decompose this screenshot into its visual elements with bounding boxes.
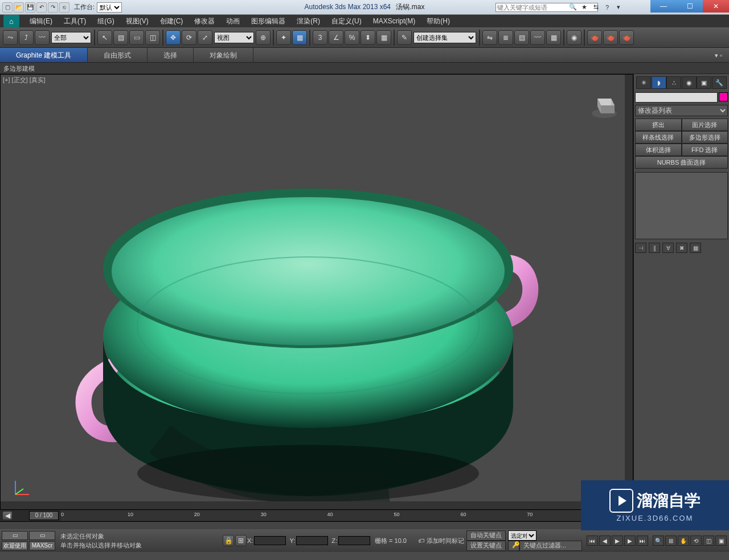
ribbon-subtab[interactable]: 多边形建模: [0, 63, 729, 74]
workspace-selector[interactable]: 默认: [97, 2, 122, 13]
binoculars-icon[interactable]: 🔍: [568, 3, 578, 12]
maximize-button[interactable]: ☐: [677, 0, 703, 13]
tab-selection[interactable]: 选择: [148, 48, 194, 62]
qat-redo-icon[interactable]: ↷: [48, 2, 58, 13]
menu-animation[interactable]: 动画: [220, 15, 245, 27]
cp-tab-motion-icon[interactable]: ◉: [682, 76, 697, 89]
spinner-snap-icon[interactable]: ⬍: [361, 30, 375, 45]
qat-undo-icon[interactable]: ↶: [36, 2, 47, 13]
orbit-icon[interactable]: ⟲: [690, 536, 702, 546]
qat-save-icon[interactable]: 💾: [25, 2, 35, 13]
menu-rendering[interactable]: 渲染(R): [291, 15, 326, 27]
bind-space-warp-icon[interactable]: 〰: [35, 30, 50, 45]
select-object-icon[interactable]: ↖: [97, 30, 112, 45]
viewport-label[interactable]: [+] [正交] [真实]: [3, 76, 46, 84]
material-editor-icon[interactable]: ◉: [567, 30, 581, 45]
menu-modifiers[interactable]: 修改器: [189, 15, 220, 27]
manipulate-icon[interactable]: ✦: [276, 30, 291, 45]
snap-3-icon[interactable]: 3: [313, 30, 327, 45]
render-setup-icon[interactable]: 🫖: [587, 30, 602, 45]
menu-grapheditors[interactable]: 图形编辑器: [245, 15, 291, 27]
menu-maxscript[interactable]: MAXScript(M): [367, 15, 421, 27]
exchange-icon[interactable]: ⇆: [591, 3, 600, 12]
configure-icon[interactable]: ▦: [690, 243, 701, 253]
menu-edit[interactable]: 编辑(E): [24, 15, 58, 27]
move-icon[interactable]: ✥: [166, 30, 181, 45]
cp-tab-create-icon[interactable]: ✳: [636, 76, 651, 89]
isolate-toggle[interactable]: ▭: [2, 531, 28, 540]
viewport-vscrollbar[interactable]: [625, 75, 633, 501]
zoom-all-icon[interactable]: ⊞: [665, 536, 677, 546]
lock-selection-icon[interactable]: 🔒: [223, 535, 234, 546]
zoom-icon[interactable]: 🔍: [653, 536, 664, 546]
rollout-area[interactable]: [635, 256, 728, 490]
modifier-list-dropdown[interactable]: 修改器列表: [635, 105, 728, 116]
btn-ffd-select[interactable]: FFD 选择: [682, 144, 728, 156]
autokey-button[interactable]: 自动关键点: [466, 530, 506, 541]
scale-icon[interactable]: ⤢: [198, 30, 212, 45]
menu-create[interactable]: 创建(C): [154, 15, 189, 27]
help-icon[interactable]: ?: [603, 3, 612, 12]
pan-icon[interactable]: ✋: [678, 536, 689, 546]
app-logo-icon[interactable]: ⌂: [3, 15, 19, 27]
play-icon[interactable]: ▶: [612, 536, 623, 546]
frame-indicator[interactable]: 0 / 100: [29, 511, 59, 520]
qat-new-icon[interactable]: ▢: [2, 2, 13, 13]
z-field[interactable]: [338, 536, 370, 545]
welcome-button[interactable]: 欢迎使用: [2, 541, 28, 550]
rotate-icon[interactable]: ⟳: [182, 30, 196, 45]
pin-stack-icon[interactable]: ⊣: [635, 243, 646, 253]
dropdown-icon[interactable]: ▾: [614, 3, 623, 12]
btn-nurbs[interactable]: NURBS 曲面选择: [635, 156, 728, 169]
angle-snap-icon[interactable]: ∠: [329, 30, 343, 45]
cp-tab-modify-icon[interactable]: ◗: [652, 76, 666, 89]
qat-link-icon[interactable]: ⎋: [59, 2, 69, 13]
remove-mod-icon[interactable]: ✖: [676, 243, 687, 253]
add-time-tag[interactable]: 添加时间标记: [427, 537, 464, 545]
btn-patch-select[interactable]: 面片选择: [682, 118, 728, 131]
ribbon-dropdown-icon[interactable]: ▾ ▫: [708, 48, 729, 62]
btn-vol-select[interactable]: 体积选择: [635, 144, 682, 156]
key-filters-button[interactable]: 关键点过滤器...: [519, 541, 582, 551]
fov-icon[interactable]: ◫: [703, 536, 714, 546]
next-frame-icon[interactable]: ▶: [624, 536, 636, 546]
goto-end-icon[interactable]: ⏭: [637, 536, 648, 546]
viewcube-icon[interactable]: [586, 86, 622, 122]
named-sel-edit-icon[interactable]: ✎: [397, 30, 412, 45]
star-icon[interactable]: ★: [580, 3, 589, 12]
abs-rel-icon[interactable]: ⊞: [235, 535, 247, 546]
setkey-button[interactable]: 设置关键点: [466, 541, 506, 551]
refcoord-selector[interactable]: 视图: [214, 32, 254, 43]
max-viewport-icon[interactable]: ▣: [715, 536, 727, 546]
time-tag-icon[interactable]: 🏷: [418, 537, 424, 544]
viewport[interactable]: [+] [正交] [真实]: [0, 74, 633, 510]
select-link-icon[interactable]: ⤳: [3, 30, 18, 45]
modifier-stack[interactable]: [635, 172, 728, 239]
render-icon[interactable]: 🫖: [619, 30, 634, 45]
edged-faces-icon[interactable]: ▦: [376, 30, 391, 45]
close-button[interactable]: ✕: [703, 0, 729, 13]
menu-views[interactable]: 视图(V): [120, 15, 154, 27]
y-field[interactable]: [296, 536, 328, 545]
align-icon[interactable]: ≣: [498, 30, 513, 45]
sel-lock-toggle[interactable]: ▭: [29, 531, 55, 540]
window-crossing-icon[interactable]: ◫: [145, 30, 160, 45]
menu-group[interactable]: 组(G): [92, 15, 120, 27]
menu-customize[interactable]: 自定义(U): [326, 15, 367, 27]
selection-filter[interactable]: 全部: [51, 32, 91, 43]
select-name-icon[interactable]: ▤: [113, 30, 128, 45]
key-icon[interactable]: 🔑: [508, 541, 519, 551]
keyboard-shortcut-icon[interactable]: ▦: [292, 30, 307, 45]
menu-tools[interactable]: 工具(T): [58, 15, 92, 27]
qat-open-icon[interactable]: 📂: [14, 2, 24, 13]
viewport-hscrollbar[interactable]: [1, 501, 633, 509]
curve-editor-icon[interactable]: 〰: [530, 30, 545, 45]
mirror-icon[interactable]: ⇋: [482, 30, 497, 45]
named-selection-set[interactable]: 创建选择集: [413, 32, 476, 43]
make-unique-icon[interactable]: ∀: [662, 243, 674, 253]
unlink-icon[interactable]: ⤴: [19, 30, 34, 45]
timeline-toggle-icon[interactable]: ◀: [2, 511, 13, 520]
minimize-button[interactable]: —: [650, 0, 677, 13]
percent-snap-icon[interactable]: %: [345, 30, 359, 45]
maxscript-button[interactable]: MAXScr: [29, 541, 55, 550]
